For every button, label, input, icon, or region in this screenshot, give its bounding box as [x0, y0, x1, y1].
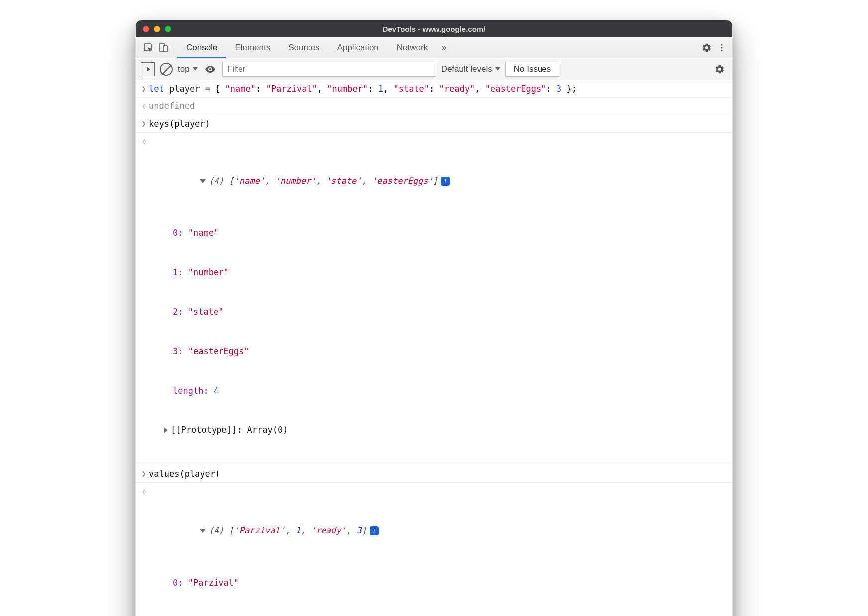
device-toolbar-icon[interactable]	[156, 40, 171, 55]
input-caret-icon	[139, 82, 149, 95]
levels-select[interactable]: Default levels	[441, 64, 500, 74]
tab-sources[interactable]: Sources	[279, 37, 328, 58]
svg-point-3	[721, 44, 723, 45]
array-entry: 2: "state"	[149, 306, 728, 318]
svg-rect-2	[163, 46, 167, 52]
filter-input[interactable]	[222, 62, 436, 77]
live-expression-icon[interactable]	[203, 62, 217, 77]
console-row[interactable]: values(player)	[136, 465, 732, 483]
console-row[interactable]: let player = { "name": "Parzival", "numb…	[136, 80, 732, 98]
clear-console-icon[interactable]	[160, 63, 173, 76]
input-code: let player = { "name": "Parzival", "numb…	[149, 82, 728, 95]
tab-application[interactable]: Application	[328, 37, 388, 58]
info-icon[interactable]: i	[370, 526, 379, 535]
output-object: (4) ['name', 'number', 'state', 'easterE…	[149, 135, 728, 463]
expand-toggle-icon[interactable]	[200, 529, 206, 533]
levels-label: Default levels	[441, 64, 492, 74]
output-caret-icon	[139, 100, 149, 112]
tab-network[interactable]: Network	[388, 37, 436, 58]
console-row: (4) ['name', 'number', 'state', 'easterE…	[136, 133, 732, 465]
chevron-down-icon	[495, 67, 500, 71]
array-entry: 3: "easterEggs"	[149, 345, 728, 358]
output-caret-icon	[139, 135, 149, 147]
settings-gear-icon[interactable]	[699, 40, 714, 55]
chevron-down-icon	[193, 67, 198, 71]
array-entry: 0: "name"	[149, 226, 728, 239]
array-entry: 0: "Parzival"	[149, 576, 728, 589]
input-caret-icon	[139, 467, 149, 480]
context-label: top	[178, 64, 190, 74]
tab-console[interactable]: Console	[177, 37, 226, 58]
console-body: let player = { "name": "Parzival", "numb…	[136, 80, 732, 616]
devtools-window: DevTools - www.google.com/ Console Eleme…	[135, 20, 733, 616]
divider	[175, 41, 175, 54]
input-caret-icon	[139, 117, 149, 130]
svg-point-6	[209, 68, 211, 70]
toggle-sidebar-icon[interactable]	[141, 62, 155, 76]
prototype-row[interactable]: [[Prototype]]: Array(0)	[149, 423, 728, 436]
more-tabs-icon[interactable]: »	[436, 42, 451, 53]
window-title: DevTools - www.google.com/	[136, 25, 732, 33]
inspect-element-icon[interactable]	[141, 40, 156, 55]
array-summary[interactable]: (4) ['name', 'number', 'state', 'easterE…	[149, 161, 728, 201]
output-caret-icon	[139, 485, 149, 497]
array-entry: 1: "number"	[149, 266, 728, 279]
kebab-menu-icon[interactable]	[714, 40, 729, 55]
output-object: (4) ['Parzival', 1, 'ready', 3]i 0: "Par…	[149, 485, 728, 616]
length-row: length: 4	[149, 384, 728, 397]
window-titlebar: DevTools - www.google.com/	[136, 20, 732, 37]
array-summary[interactable]: (4) ['Parzival', 1, 'ready', 3]i	[149, 511, 728, 550]
console-row: undefined	[136, 98, 732, 115]
output-undefined: undefined	[149, 100, 728, 112]
tab-elements[interactable]: Elements	[226, 37, 279, 58]
tab-bar: Console Elements Sources Application Net…	[136, 37, 732, 58]
expand-toggle-icon[interactable]	[164, 427, 168, 433]
input-code: keys(player)	[149, 117, 728, 130]
console-settings-gear-icon[interactable]	[712, 62, 727, 77]
svg-point-4	[721, 47, 723, 48]
info-icon[interactable]: i	[441, 177, 450, 186]
input-code: values(player)	[149, 467, 728, 480]
console-row: (4) ['Parzival', 1, 'ready', 3]i 0: "Par…	[136, 483, 732, 616]
expand-toggle-icon[interactable]	[200, 179, 206, 183]
console-row[interactable]: keys(player)	[136, 115, 732, 133]
console-toolbar: top Default levels No Issues	[136, 58, 732, 80]
issues-button[interactable]: No Issues	[505, 62, 560, 77]
context-select[interactable]: top	[178, 64, 198, 74]
svg-point-5	[721, 50, 723, 51]
